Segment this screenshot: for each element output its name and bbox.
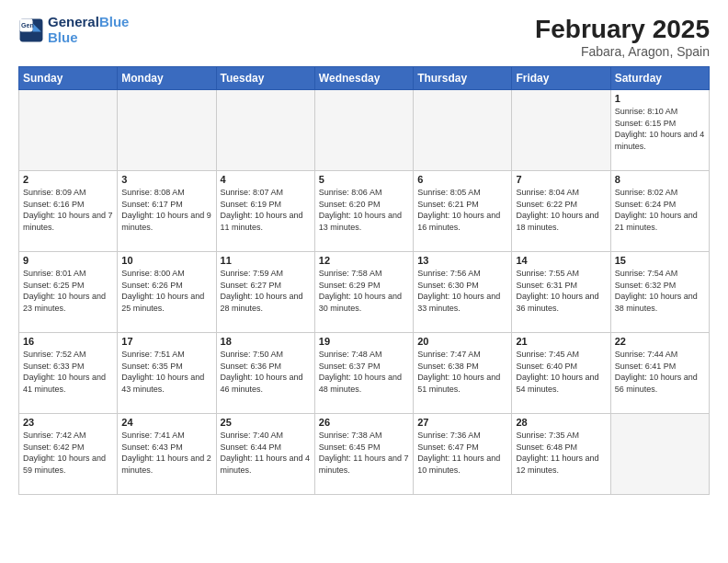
day-number: 1 xyxy=(615,93,705,104)
week-row-2: 2Sunrise: 8:09 AM Sunset: 6:16 PM Daylig… xyxy=(19,171,710,252)
logo-text: GeneralBlue Blue xyxy=(48,15,129,45)
month-title: February 2025 xyxy=(535,15,710,44)
day-number: 23 xyxy=(23,417,113,428)
day-info: Sunrise: 8:10 AM Sunset: 6:15 PM Dayligh… xyxy=(615,106,705,152)
day-cell xyxy=(19,90,118,171)
weekday-header-row: SundayMondayTuesdayWednesdayThursdayFrid… xyxy=(19,67,710,90)
day-cell: 1Sunrise: 8:10 AM Sunset: 6:15 PM Daylig… xyxy=(610,90,709,171)
day-number: 15 xyxy=(615,255,705,266)
day-cell: 12Sunrise: 7:58 AM Sunset: 6:29 PM Dayli… xyxy=(314,252,413,333)
day-number: 16 xyxy=(23,336,113,347)
day-cell: 6Sunrise: 8:05 AM Sunset: 6:21 PM Daylig… xyxy=(414,171,512,252)
header: Gen GeneralBlue Blue February 2025 Fabar… xyxy=(18,15,710,59)
day-info: Sunrise: 7:55 AM Sunset: 6:31 PM Dayligh… xyxy=(516,268,606,314)
day-info: Sunrise: 8:00 AM Sunset: 6:26 PM Dayligh… xyxy=(121,268,211,314)
day-cell: 23Sunrise: 7:42 AM Sunset: 6:42 PM Dayli… xyxy=(19,414,118,495)
day-cell: 22Sunrise: 7:44 AM Sunset: 6:41 PM Dayli… xyxy=(610,333,709,414)
day-info: Sunrise: 8:07 AM Sunset: 6:19 PM Dayligh… xyxy=(221,187,311,233)
day-number: 28 xyxy=(516,417,606,428)
day-cell: 7Sunrise: 8:04 AM Sunset: 6:22 PM Daylig… xyxy=(512,171,610,252)
day-number: 14 xyxy=(516,255,606,266)
day-info: Sunrise: 7:52 AM Sunset: 6:33 PM Dayligh… xyxy=(23,349,113,395)
day-cell: 24Sunrise: 7:41 AM Sunset: 6:43 PM Dayli… xyxy=(118,414,216,495)
title-block: February 2025 Fabara, Aragon, Spain xyxy=(535,15,710,59)
day-cell: 9Sunrise: 8:01 AM Sunset: 6:25 PM Daylig… xyxy=(19,252,118,333)
day-number: 19 xyxy=(319,336,409,347)
day-info: Sunrise: 8:02 AM Sunset: 6:24 PM Dayligh… xyxy=(615,187,705,233)
day-number: 7 xyxy=(516,174,606,185)
weekday-tuesday: Tuesday xyxy=(216,67,314,90)
weekday-thursday: Thursday xyxy=(414,67,512,90)
day-info: Sunrise: 7:42 AM Sunset: 6:42 PM Dayligh… xyxy=(23,430,113,476)
calendar: SundayMondayTuesdayWednesdayThursdayFrid… xyxy=(18,66,710,495)
day-cell: 18Sunrise: 7:50 AM Sunset: 6:36 PM Dayli… xyxy=(216,333,314,414)
day-number: 18 xyxy=(221,336,311,347)
day-number: 3 xyxy=(121,174,211,185)
day-number: 8 xyxy=(615,174,705,185)
day-cell: 3Sunrise: 8:08 AM Sunset: 6:17 PM Daylig… xyxy=(118,171,216,252)
weekday-friday: Friday xyxy=(512,67,610,90)
day-info: Sunrise: 7:40 AM Sunset: 6:44 PM Dayligh… xyxy=(221,430,311,476)
day-cell: 13Sunrise: 7:56 AM Sunset: 6:30 PM Dayli… xyxy=(414,252,512,333)
day-info: Sunrise: 7:59 AM Sunset: 6:27 PM Dayligh… xyxy=(221,268,311,314)
day-cell: 15Sunrise: 7:54 AM Sunset: 6:32 PM Dayli… xyxy=(610,252,709,333)
day-info: Sunrise: 7:41 AM Sunset: 6:43 PM Dayligh… xyxy=(121,430,211,476)
day-number: 27 xyxy=(417,417,507,428)
day-cell: 5Sunrise: 8:06 AM Sunset: 6:20 PM Daylig… xyxy=(314,171,413,252)
day-info: Sunrise: 7:36 AM Sunset: 6:47 PM Dayligh… xyxy=(417,430,507,476)
day-number: 17 xyxy=(121,336,211,347)
day-cell xyxy=(610,414,709,495)
weekday-monday: Monday xyxy=(118,67,216,90)
day-cell xyxy=(314,90,413,171)
day-cell: 27Sunrise: 7:36 AM Sunset: 6:47 PM Dayli… xyxy=(414,414,512,495)
day-number: 13 xyxy=(417,255,507,266)
day-info: Sunrise: 7:50 AM Sunset: 6:36 PM Dayligh… xyxy=(221,349,311,395)
weekday-wednesday: Wednesday xyxy=(314,67,413,90)
logo-icon: Gen xyxy=(18,17,44,43)
day-cell xyxy=(512,90,610,171)
day-info: Sunrise: 8:09 AM Sunset: 6:16 PM Dayligh… xyxy=(23,187,113,233)
day-info: Sunrise: 8:06 AM Sunset: 6:20 PM Dayligh… xyxy=(319,187,409,233)
day-number: 9 xyxy=(23,255,113,266)
week-row-5: 23Sunrise: 7:42 AM Sunset: 6:42 PM Dayli… xyxy=(19,414,710,495)
day-info: Sunrise: 7:51 AM Sunset: 6:35 PM Dayligh… xyxy=(121,349,211,395)
day-cell: 8Sunrise: 8:02 AM Sunset: 6:24 PM Daylig… xyxy=(610,171,709,252)
page: Gen GeneralBlue Blue February 2025 Fabar… xyxy=(0,0,728,563)
weekday-sunday: Sunday xyxy=(19,67,118,90)
day-number: 26 xyxy=(319,417,409,428)
week-row-3: 9Sunrise: 8:01 AM Sunset: 6:25 PM Daylig… xyxy=(19,252,710,333)
day-number: 11 xyxy=(221,255,311,266)
svg-text:Gen: Gen xyxy=(21,21,34,28)
day-cell: 25Sunrise: 7:40 AM Sunset: 6:44 PM Dayli… xyxy=(216,414,314,495)
day-info: Sunrise: 8:01 AM Sunset: 6:25 PM Dayligh… xyxy=(23,268,113,314)
day-cell: 16Sunrise: 7:52 AM Sunset: 6:33 PM Dayli… xyxy=(19,333,118,414)
day-info: Sunrise: 7:56 AM Sunset: 6:30 PM Dayligh… xyxy=(417,268,507,314)
day-info: Sunrise: 8:08 AM Sunset: 6:17 PM Dayligh… xyxy=(121,187,211,233)
day-number: 4 xyxy=(221,174,311,185)
day-info: Sunrise: 8:04 AM Sunset: 6:22 PM Dayligh… xyxy=(516,187,606,233)
day-cell: 28Sunrise: 7:35 AM Sunset: 6:48 PM Dayli… xyxy=(512,414,610,495)
day-info: Sunrise: 7:38 AM Sunset: 6:45 PM Dayligh… xyxy=(319,430,409,476)
day-cell: 26Sunrise: 7:38 AM Sunset: 6:45 PM Dayli… xyxy=(314,414,413,495)
day-cell: 2Sunrise: 8:09 AM Sunset: 6:16 PM Daylig… xyxy=(19,171,118,252)
day-info: Sunrise: 7:45 AM Sunset: 6:40 PM Dayligh… xyxy=(516,349,606,395)
day-cell: 14Sunrise: 7:55 AM Sunset: 6:31 PM Dayli… xyxy=(512,252,610,333)
day-number: 20 xyxy=(417,336,507,347)
day-number: 22 xyxy=(615,336,705,347)
day-number: 25 xyxy=(221,417,311,428)
day-cell: 11Sunrise: 7:59 AM Sunset: 6:27 PM Dayli… xyxy=(216,252,314,333)
day-info: Sunrise: 7:48 AM Sunset: 6:37 PM Dayligh… xyxy=(319,349,409,395)
day-info: Sunrise: 8:05 AM Sunset: 6:21 PM Dayligh… xyxy=(417,187,507,233)
day-number: 10 xyxy=(121,255,211,266)
day-number: 12 xyxy=(319,255,409,266)
day-info: Sunrise: 7:47 AM Sunset: 6:38 PM Dayligh… xyxy=(417,349,507,395)
logo: Gen GeneralBlue Blue xyxy=(18,15,129,45)
week-row-1: 1Sunrise: 8:10 AM Sunset: 6:15 PM Daylig… xyxy=(19,90,710,171)
day-cell: 21Sunrise: 7:45 AM Sunset: 6:40 PM Dayli… xyxy=(512,333,610,414)
day-cell: 17Sunrise: 7:51 AM Sunset: 6:35 PM Dayli… xyxy=(118,333,216,414)
day-info: Sunrise: 7:35 AM Sunset: 6:48 PM Dayligh… xyxy=(516,430,606,476)
day-cell xyxy=(216,90,314,171)
day-cell: 4Sunrise: 8:07 AM Sunset: 6:19 PM Daylig… xyxy=(216,171,314,252)
week-row-4: 16Sunrise: 7:52 AM Sunset: 6:33 PM Dayli… xyxy=(19,333,710,414)
day-cell xyxy=(118,90,216,171)
